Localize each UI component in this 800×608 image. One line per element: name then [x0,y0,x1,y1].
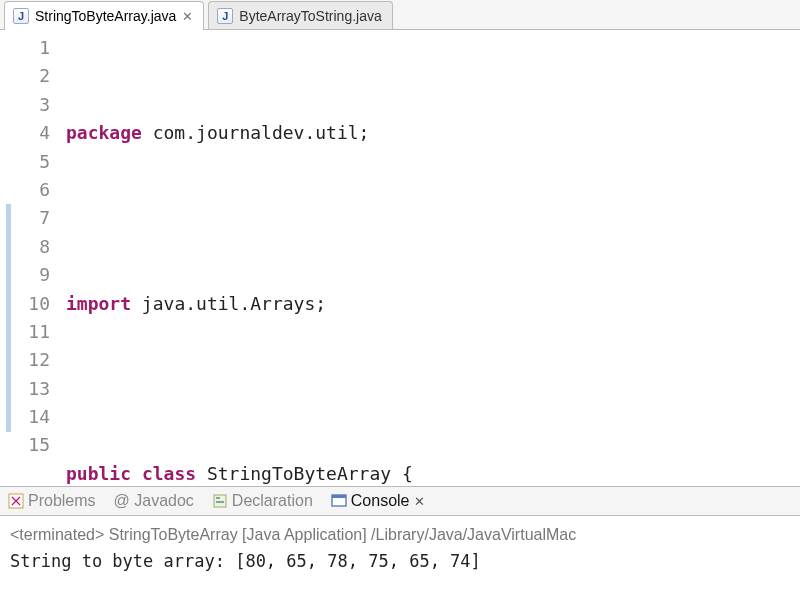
line-number: 2 [0,62,50,90]
keyword: public [66,463,131,484]
line-number: 3 [0,91,50,119]
line-number: 15 [0,431,50,459]
line-number: 12 [0,346,50,374]
java-file-icon: J [217,8,233,24]
code-text: com.journaldev.util; [142,122,370,143]
keyword: package [66,122,142,143]
editor-tab-bar: J StringToByteArray.java ✕ J ByteArrayTo… [0,0,800,30]
line-number: 6 [0,176,50,204]
problems-icon [8,493,24,509]
line-number: 14 [0,403,50,431]
code-editor[interactable]: 1 2 3 4 5 6 7 8 9 10 11 12 13 14 15 pack… [0,30,800,486]
keyword: import [66,293,131,314]
editor-tab-inactive[interactable]: J ByteArrayToString.java [208,1,392,29]
java-file-icon: J [13,8,29,24]
editor-tab-active[interactable]: J StringToByteArray.java ✕ [4,1,204,30]
keyword: class [142,463,196,484]
line-number: 7 [0,204,50,232]
line-number-gutter: 1 2 3 4 5 6 7 8 9 10 11 12 13 14 15 [0,30,60,486]
line-number: 10 [0,290,50,318]
line-number: 4 [0,119,50,147]
code-area[interactable]: package com.journaldev.util; import java… [60,30,800,486]
line-number: 9 [0,261,50,289]
line-number: 1 [0,34,50,62]
editor-tab-label: StringToByteArray.java [35,8,176,24]
code-text: java.util.Arrays; [131,293,326,314]
code-text: StringToByteArray { [196,463,413,484]
line-number: 13 [0,375,50,403]
current-line-highlight [60,346,800,374]
line-number: 5 [0,148,50,176]
line-number: 8 [0,233,50,261]
editor-tab-label: ByteArrayToString.java [239,8,381,24]
close-icon[interactable]: ✕ [182,9,193,24]
line-number: 11 [0,318,50,346]
